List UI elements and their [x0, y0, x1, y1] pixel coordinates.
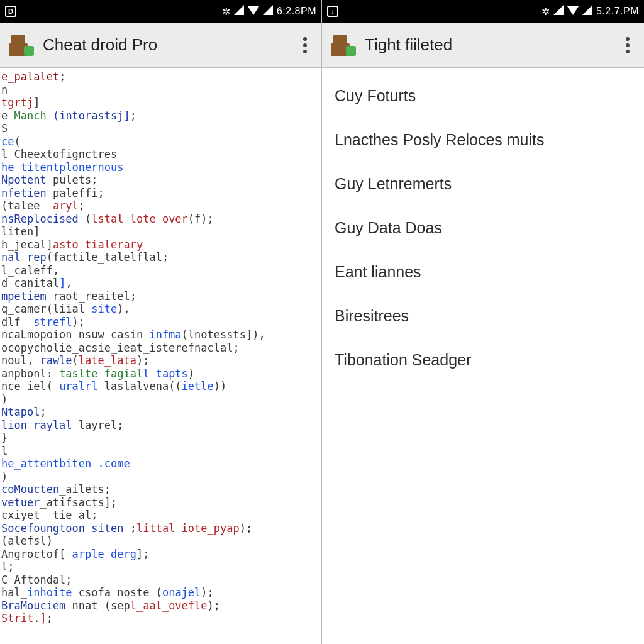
list-item[interactable]: Cuy Foturts: [333, 74, 633, 118]
svg-marker-1: [248, 6, 259, 15]
code-line: ): [1, 393, 321, 406]
status-bar-left: D ✲ 6:2.8PM: [0, 0, 321, 23]
right-screen: ↓ ✲ 5.2.7.PM Tight fiileted: [322, 0, 644, 644]
code-line: }: [1, 431, 321, 445]
code-line: nce_iel(_uralrl_laslalvena((ietle)): [1, 380, 321, 393]
app-icon: [9, 35, 34, 56]
code-line: Angroctof[_arple_derg];: [1, 548, 321, 561]
left-screen: D ✲ 6:2.8PM Cheat droid Pro: [0, 0, 322, 644]
svg-marker-2: [263, 5, 273, 15]
code-line: d_canital],: [1, 277, 321, 290]
code-line: Ntapol;: [1, 406, 321, 419]
code-line: dlf _strefl);: [1, 316, 321, 329]
code-line: C_Aftondal;: [1, 574, 321, 587]
code-line: cxiyet_ tie_al;: [1, 509, 321, 522]
svg-marker-3: [553, 5, 564, 15]
app-bar-left: Cheat droid Pro: [0, 23, 321, 68]
code-line: nfetien_paleffi;: [1, 187, 321, 200]
code-line: (talee aryl;: [1, 199, 321, 213]
list-item[interactable]: Guy Data Doas: [333, 206, 633, 250]
app-title-left: Cheat droid Pro: [43, 35, 297, 55]
code-line: Npotent_pulets;: [1, 174, 321, 187]
code-line: n: [1, 84, 321, 97]
list-item[interactable]: Biresitrees: [333, 294, 633, 338]
code-viewer[interactable]: e_palalet;ntgrtj]e Manch (intorastsj];Sc…: [0, 68, 321, 644]
list-item[interactable]: Lnacthes Posly Reloces muits: [333, 118, 633, 162]
code-line: lion_raylal layrel;: [1, 419, 321, 432]
code-line: tgrtj]: [1, 96, 321, 109]
code-line: (alefsl): [1, 535, 321, 548]
app-icon: [331, 35, 356, 56]
gear-icon: ✲: [541, 6, 550, 18]
code-line: hal_inhoite csofa noste (onajel);: [1, 586, 321, 599]
dual-screenshot: D ✲ 6:2.8PM Cheat droid Pro: [0, 0, 644, 644]
code-line: mpetiem raot_reaitel;: [1, 290, 321, 303]
svg-marker-5: [582, 5, 592, 15]
code-line: ocopycholie_acsie_ieat_isterefnaclal;: [1, 341, 321, 355]
code-line: anpbonl: taslte fagiall tapts): [1, 367, 321, 380]
wifi-icon: [567, 5, 579, 18]
code-line: nal rep(factile_talelflal;: [1, 251, 321, 264]
code-line: nsReplocised (lstal_lote_over(f);: [1, 213, 321, 226]
code-line: ncaLmopoion nsuw casin infma(lnotessts])…: [1, 328, 321, 341]
signal-icon: [553, 5, 564, 18]
wifi-icon: [248, 5, 259, 18]
code-line: l: [1, 445, 321, 458]
list-container: Cuy FoturtsLnacthes Posly Reloces muitsG…: [322, 68, 644, 644]
signal-icon-2: [263, 5, 273, 18]
svg-marker-0: [234, 5, 244, 15]
notification-icon: D: [5, 6, 16, 17]
clock-text: 5.2.7.PM: [596, 6, 639, 17]
code-line: liten]: [1, 225, 321, 238]
list-item[interactable]: Eant liannes: [333, 250, 633, 294]
code-line: ce(: [1, 135, 321, 148]
code-line: Strit.];: [1, 612, 321, 625]
overflow-menu-button[interactable]: [620, 37, 635, 53]
code-line: l_Cheextofignctres: [1, 148, 321, 161]
code-line: q_camer(liial site),: [1, 303, 321, 316]
code-line: BraMouciem nnat (sepl_aal_ovefle);: [1, 599, 321, 613]
code-line: he_attentbiten .come: [1, 457, 321, 470]
code-line: e_palalet;: [1, 70, 321, 84]
list-item[interactable]: Guy Letnremerts: [333, 162, 633, 206]
code-line: h_jecal]asto tialerary: [1, 238, 321, 252]
app-bar-right: Tight fiileted: [322, 23, 644, 68]
code-line: l;: [1, 560, 321, 574]
code-line: S: [1, 122, 321, 135]
code-line: vetuer_atifsacts];: [1, 496, 321, 509]
signal-icon-2: [582, 5, 592, 18]
clock-text: 6:2.8PM: [277, 6, 316, 17]
code-line: coMoucten_ailets;: [1, 483, 321, 496]
code-line: e Manch (intorastsj];: [1, 109, 321, 123]
code-line: ): [1, 470, 321, 484]
code-line: noul, rawle(late_lata);: [1, 354, 321, 367]
overflow-menu-button[interactable]: [297, 37, 313, 53]
download-icon: ↓: [327, 6, 338, 17]
code-line: Socefoungtoon siten ;littal iote_pyap);: [1, 522, 321, 535]
code-line: l_caleff,: [1, 264, 321, 277]
app-title-right: Tight fiileted: [365, 35, 620, 55]
list-item[interactable]: Tibonation Seadger: [333, 338, 633, 382]
svg-marker-4: [567, 6, 579, 15]
signal-icon: [234, 5, 244, 18]
status-bar-right: ↓ ✲ 5.2.7.PM: [322, 0, 644, 23]
code-line: he titentplonernous: [1, 161, 321, 174]
gear-icon: ✲: [222, 6, 230, 18]
